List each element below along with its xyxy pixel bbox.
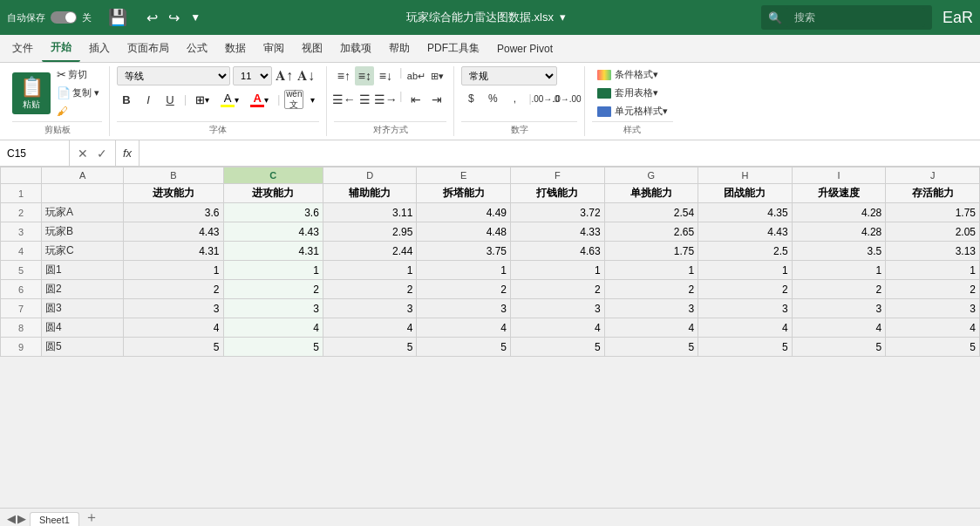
menu-addins[interactable]: 加载项 xyxy=(331,36,380,61)
menu-formula[interactable]: 公式 xyxy=(178,36,216,61)
cell-8-C[interactable]: 4 xyxy=(223,318,323,338)
menu-help[interactable]: 帮助 xyxy=(380,36,419,61)
cell-5-A[interactable]: 圆1 xyxy=(42,261,124,280)
table-style-button[interactable]: 套用表格▾ xyxy=(592,85,664,101)
cell-1-A[interactable] xyxy=(42,184,124,203)
quick-access-more[interactable]: ▼ xyxy=(187,10,204,25)
italic-button[interactable]: I xyxy=(139,90,158,109)
font-size-selector[interactable]: 11 xyxy=(233,66,272,85)
undo-button[interactable]: ↩ xyxy=(143,8,161,28)
bold-button[interactable]: B xyxy=(117,90,136,109)
menu-layout[interactable]: 页面布局 xyxy=(119,36,178,61)
cell-8-G[interactable]: 4 xyxy=(604,318,698,338)
increase-decimal-button[interactable]: .0→.00 xyxy=(558,89,577,108)
cell-9-J[interactable]: 5 xyxy=(886,338,980,357)
cell-5-H[interactable]: 1 xyxy=(698,261,793,280)
search-input[interactable] xyxy=(786,8,925,27)
cell-6-H[interactable]: 2 xyxy=(698,280,793,299)
align-center-button[interactable]: ☰ xyxy=(355,90,374,109)
cell-7-I[interactable]: 3 xyxy=(792,299,886,318)
cell-5-F[interactable]: 1 xyxy=(510,261,604,280)
cell-8-J[interactable]: 4 xyxy=(886,318,980,338)
fill-color-button[interactable]: A ▾ xyxy=(216,90,243,109)
cell-9-A[interactable]: 圆5 xyxy=(42,338,124,357)
paste-button[interactable]: 📋 粘贴 xyxy=(12,72,51,114)
cell-4-D[interactable]: 2.44 xyxy=(323,242,417,261)
cell-7-G[interactable]: 3 xyxy=(604,299,698,318)
cell-4-G[interactable]: 1.75 xyxy=(604,242,698,261)
cell-2-F[interactable]: 3.72 xyxy=(510,203,604,222)
cell-6-D[interactable]: 2 xyxy=(323,280,417,299)
col-header-i[interactable]: I xyxy=(792,167,886,184)
align-bottom-button[interactable]: ≡↓ xyxy=(376,66,395,85)
save-button[interactable]: 💾 xyxy=(105,6,131,29)
cell-8-I[interactable]: 4 xyxy=(792,318,886,338)
cell-2-G[interactable]: 2.54 xyxy=(604,203,698,222)
formula-input[interactable] xyxy=(140,147,980,160)
cell-3-E[interactable]: 4.48 xyxy=(417,222,511,242)
cell-7-C[interactable]: 3 xyxy=(223,299,323,318)
cell-7-D[interactable]: 3 xyxy=(323,299,417,318)
col-header-e[interactable]: E xyxy=(417,167,511,184)
cell-9-D[interactable]: 5 xyxy=(323,338,417,357)
cell-3-I[interactable]: 4.28 xyxy=(792,222,886,242)
cell-8-D[interactable]: 4 xyxy=(323,318,417,338)
merge-button[interactable]: ⊞▾ xyxy=(427,66,446,85)
menu-home[interactable]: 开始 xyxy=(42,35,80,62)
cell-1-F[interactable]: 打钱能力 xyxy=(510,184,604,203)
number-format-selector[interactable]: 常规 xyxy=(461,66,557,85)
cell-6-I[interactable]: 2 xyxy=(792,280,886,299)
cell-2-E[interactable]: 4.49 xyxy=(417,203,511,222)
cell-ref-input[interactable] xyxy=(7,147,59,160)
cell-7-B[interactable]: 3 xyxy=(124,299,223,318)
cell-4-J[interactable]: 3.13 xyxy=(886,242,980,261)
cell-5-B[interactable]: 1 xyxy=(124,261,223,280)
cell-9-E[interactable]: 5 xyxy=(417,338,511,357)
indent-left-button[interactable]: ⇤ xyxy=(406,90,425,109)
wen-arrow[interactable]: ▾ xyxy=(306,93,319,106)
cell-8-H[interactable]: 4 xyxy=(698,318,793,338)
cell-1-G[interactable]: 单挑能力 xyxy=(604,184,698,203)
cell-4-F[interactable]: 4.63 xyxy=(510,242,604,261)
align-top-button[interactable]: ≡↑ xyxy=(334,66,353,85)
cell-7-E[interactable]: 3 xyxy=(417,299,511,318)
cell-1-J[interactable]: 存活能力 xyxy=(886,184,980,203)
cut-button[interactable]: ✂剪切 xyxy=(54,67,102,82)
cell-6-G[interactable]: 2 xyxy=(604,280,698,299)
cell-3-G[interactable]: 2.65 xyxy=(604,222,698,242)
decrease-decimal-button[interactable]: .00→.0 xyxy=(536,89,555,108)
cell-3-D[interactable]: 2.95 xyxy=(323,222,417,242)
cell-1-B[interactable]: 进攻能力 xyxy=(124,184,223,203)
cell-4-H[interactable]: 2.5 xyxy=(698,242,793,261)
cell-9-C[interactable]: 5 xyxy=(223,338,323,357)
percent-button[interactable]: % xyxy=(483,89,502,108)
cell-7-H[interactable]: 3 xyxy=(698,299,793,318)
comma-button[interactable]: , xyxy=(505,89,524,108)
cell-4-A[interactable]: 玩家C xyxy=(42,242,124,261)
cell-6-E[interactable]: 2 xyxy=(417,280,511,299)
cell-2-C[interactable]: 3.6 xyxy=(223,203,323,222)
col-header-f[interactable]: F xyxy=(510,167,604,184)
cell-3-H[interactable]: 4.43 xyxy=(698,222,793,242)
cell-9-F[interactable]: 5 xyxy=(510,338,604,357)
cell-6-B[interactable]: 2 xyxy=(124,280,223,299)
font-size-decrease[interactable]: 𝐀↓ xyxy=(296,67,316,85)
cell-2-H[interactable]: 4.35 xyxy=(698,203,793,222)
cell-9-H[interactable]: 5 xyxy=(698,338,793,357)
search-box[interactable]: 🔍 xyxy=(761,5,932,30)
cell-6-C[interactable]: 2 xyxy=(223,280,323,299)
cell-3-A[interactable]: 玩家B xyxy=(42,222,124,242)
cell-4-E[interactable]: 3.75 xyxy=(417,242,511,261)
cell-1-D[interactable]: 辅助能力 xyxy=(323,184,417,203)
wen-button[interactable]: wén文 xyxy=(284,90,303,109)
accounting-button[interactable]: $ xyxy=(461,89,480,108)
col-header-d[interactable]: D xyxy=(323,167,417,184)
align-left-button[interactable]: ☰← xyxy=(334,90,353,109)
cell-6-A[interactable]: 圆2 xyxy=(42,280,124,299)
font-name-selector[interactable]: 等线 xyxy=(117,66,230,85)
cell-4-B[interactable]: 4.31 xyxy=(124,242,223,261)
cell-3-B[interactable]: 4.43 xyxy=(124,222,223,242)
cell-3-J[interactable]: 2.05 xyxy=(886,222,980,242)
cell-1-E[interactable]: 拆塔能力 xyxy=(417,184,511,203)
menu-pdf[interactable]: PDF工具集 xyxy=(419,36,488,61)
